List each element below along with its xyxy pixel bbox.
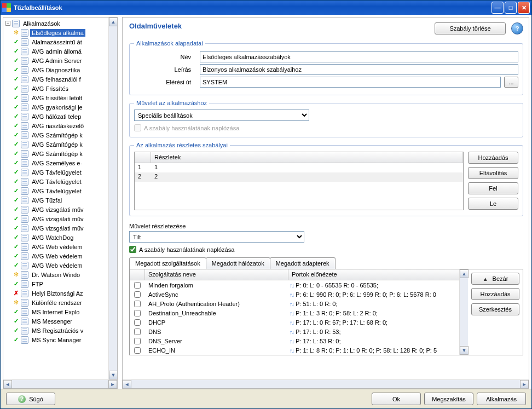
help-icon[interactable]: ? xyxy=(511,22,523,34)
op-detail-combo[interactable]: Tilt xyxy=(129,231,304,243)
desc-input[interactable] xyxy=(200,64,518,75)
rule-up-button[interactable]: Fel xyxy=(468,182,518,194)
tree-item[interactable]: AVG hálózati telep xyxy=(30,113,83,120)
tree-item[interactable]: AVG Távfelügyelet xyxy=(30,178,83,186)
tree-item[interactable]: AVG felhasználói f xyxy=(30,76,83,83)
tree-item[interactable]: Helyi Biztonsági Az xyxy=(30,290,85,297)
tree-item[interactable]: AVG Távfelügyelet xyxy=(30,187,83,195)
tree-item[interactable]: AVG Diagnosztika xyxy=(30,66,82,74)
service-checkbox[interactable] xyxy=(134,282,141,289)
scroll-down-icon[interactable]: ▼ xyxy=(109,371,117,379)
tree-item[interactable]: AVG Távfelügyelet xyxy=(30,169,83,176)
tree-item[interactable]: AVG vizsgálati műv xyxy=(30,224,85,232)
tree-item[interactable]: Alalmazásszintű át xyxy=(30,38,84,46)
tree-item[interactable]: AVG Admin Server xyxy=(30,57,84,65)
rule-down-button[interactable]: Le xyxy=(468,198,518,210)
tree-item[interactable]: Dr. Watson Windo xyxy=(30,271,82,279)
tree-item[interactable]: AVG Web védelem xyxy=(30,243,84,251)
rule-remove-button[interactable]: Eltávolítás xyxy=(468,167,518,179)
tree-item[interactable]: AVG Tűzfal xyxy=(30,197,63,204)
services-add-button[interactable]: Hozzáadás xyxy=(471,288,519,300)
tree-item[interactable]: AVG Számítógép k xyxy=(30,141,84,148)
service-row[interactable]: DHCP↑↓P: 17: L: 0 R: 67; P: 17: L: 68 R:… xyxy=(130,318,459,327)
service-checkbox[interactable] xyxy=(134,347,141,354)
name-input[interactable] xyxy=(200,51,518,62)
question-icon: ? xyxy=(18,395,26,403)
service-row[interactable]: Destination_Unreachable↑↓P: 1: L: 3 R: 0… xyxy=(130,308,459,318)
tree-item[interactable]: AVG WatchDog xyxy=(30,234,75,241)
close-button[interactable]: ✕ xyxy=(518,2,530,14)
help-button[interactable]: ?Súgó xyxy=(6,393,55,405)
tree-item[interactable]: MS Messenger xyxy=(30,318,74,325)
scroll-left-icon[interactable]: ◄ xyxy=(3,380,12,389)
tree-item[interactable]: MS Regisztrációs v xyxy=(30,327,85,335)
tree-item[interactable]: AVG Számítógép k xyxy=(30,150,84,158)
main-scroll-left-icon[interactable]: ◄ xyxy=(123,380,131,389)
tree-root-label[interactable]: Alkalmazások xyxy=(21,20,62,27)
action-combo[interactable]: Speciális beállítások xyxy=(134,110,309,121)
scroll-right-icon[interactable]: ► xyxy=(108,380,117,389)
path-input[interactable] xyxy=(200,77,501,88)
ok-button[interactable]: Ok xyxy=(372,393,421,405)
rule-add-button[interactable]: Hozzáadás xyxy=(468,152,518,164)
service-row[interactable]: Minden forgalom↑↓P: 0: L: 0 - 65535 R: 0… xyxy=(130,280,459,290)
scroll-up-icon[interactable]: ▲ xyxy=(109,18,117,26)
tree-item[interactable]: AVG frissítési letölt xyxy=(30,94,84,102)
document-icon xyxy=(21,150,28,158)
cancel-button[interactable]: Megszakítás xyxy=(424,393,473,405)
browse-button[interactable]: ... xyxy=(504,77,518,88)
main-scrollbar-h[interactable]: ◄ ► xyxy=(123,379,529,388)
tree-item[interactable]: AVG Frissítés xyxy=(30,85,70,93)
service-checkbox[interactable] xyxy=(134,319,141,326)
tab-networks[interactable]: Megadott hálózatok xyxy=(206,257,270,269)
tree-item[interactable]: Elsődleges alkalma xyxy=(30,29,85,37)
tree-item[interactable]: AVG Web védelem xyxy=(30,252,84,260)
service-checkbox[interactable] xyxy=(134,301,141,307)
service-row[interactable]: DNS_Server↑↓P: 17: L: 53 R: 0; xyxy=(130,336,459,345)
tab-adapters[interactable]: Megadott adapterek xyxy=(270,257,336,269)
services-edit-button[interactable]: Szerkesztés xyxy=(471,303,519,315)
tree-item[interactable]: FTP xyxy=(30,280,45,288)
col-service-name: Szolgáltatás neve xyxy=(145,269,288,280)
tree-scrollbar-v[interactable]: ▲ ▼ xyxy=(108,18,117,379)
service-checkbox[interactable] xyxy=(134,329,141,335)
tree-item[interactable]: MS Sync Manager xyxy=(30,336,83,344)
tree-item[interactable]: AVG Személyes e- xyxy=(30,159,84,167)
tree-item[interactable]: MS Internet Explo xyxy=(30,308,81,316)
tree-item[interactable]: AVG vizsgálati műv xyxy=(30,206,85,214)
tree-item[interactable]: AVG gyakorisági je xyxy=(30,103,84,111)
services-table[interactable]: Szolgáltatás neve Portok előnézete Minde… xyxy=(130,269,459,355)
apply-button[interactable]: Alkalmazás xyxy=(477,393,526,405)
minimize-button[interactable]: — xyxy=(491,2,504,14)
tree-item[interactable]: AVG vizsgálati műv xyxy=(30,215,85,223)
tree-item[interactable]: AVG admin állomá xyxy=(30,48,83,55)
services-scrollbar-v[interactable]: ▲ ▼ xyxy=(459,269,468,355)
tab-services[interactable]: Megadott szolgáltatások xyxy=(129,257,206,269)
service-checkbox[interactable] xyxy=(134,291,141,298)
tree-scrollbar-h[interactable]: ◄ ► xyxy=(3,379,117,388)
service-row[interactable]: ActiveSync↑↓P: 6: L: 990 R: 0; P: 6: L: … xyxy=(130,290,459,299)
tree-item[interactable]: AVG Web védelem xyxy=(30,262,84,269)
services-close-button[interactable]: ▲Bezár xyxy=(471,273,519,285)
delete-rule-button[interactable]: Szabály törlése xyxy=(435,22,506,34)
table-row[interactable]: 11 xyxy=(135,163,463,172)
tree-item[interactable]: AVG riasztáskezelő xyxy=(30,122,85,130)
main-scroll-right-icon[interactable]: ► xyxy=(520,380,529,389)
app-tree[interactable]: − Alkalmazások ✻Elsődleges alkalma✓Alalm… xyxy=(3,18,108,379)
service-row[interactable]: ECHO_IN↑↓P: 1: L: 8 R: 0; P: 1: L: 0 R: … xyxy=(130,345,459,355)
log-usage-checkbox[interactable] xyxy=(129,246,136,253)
rules-table[interactable]: Részletek 1122 xyxy=(134,152,464,210)
tree-item[interactable]: Különféle rendszer xyxy=(30,299,84,307)
tree-collapse-icon[interactable]: − xyxy=(5,21,10,26)
service-checkbox[interactable] xyxy=(134,338,141,344)
service-row[interactable]: DNS↑↓P: 17: L: 0 R: 53; xyxy=(130,327,459,336)
svc-scroll-up-icon[interactable]: ▲ xyxy=(460,269,469,278)
titlebar[interactable]: Tűzfalbeállítások — □ ✕ xyxy=(1,1,531,15)
table-row[interactable]: 22 xyxy=(135,172,463,182)
service-row[interactable]: AH_Proto (Authentication Header)↑↓P: 51:… xyxy=(130,299,459,308)
maximize-button[interactable]: □ xyxy=(505,2,517,14)
tree-item[interactable]: AVG Számítógép k xyxy=(30,131,84,139)
column-resize-handle[interactable] xyxy=(459,152,462,163)
svc-scroll-down-icon[interactable]: ▼ xyxy=(460,346,469,355)
service-checkbox[interactable] xyxy=(134,310,141,316)
